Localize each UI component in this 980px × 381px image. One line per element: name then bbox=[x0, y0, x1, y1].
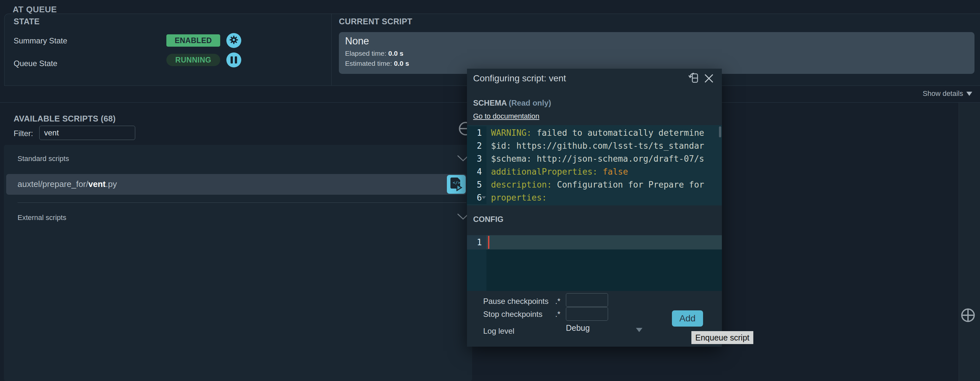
page-title: AT QUEUE bbox=[13, 5, 57, 14]
schema-line: 4 additionalProperties: false bbox=[467, 165, 722, 178]
elapsed-time-row: Elapsed time:0.0 s bbox=[345, 49, 403, 57]
scripts-list-panel: Standard scripts auxtel/prepare_for/vent… bbox=[4, 145, 472, 381]
elapsed-time-value: 0.0 s bbox=[388, 49, 403, 57]
pause-checkpoints-label: Pause checkpoints bbox=[483, 297, 548, 306]
estimated-time-row: Estimated time:0.0 s bbox=[345, 60, 409, 67]
stop-checkpoints-regex: .* bbox=[555, 310, 560, 319]
crosshair-target-icon[interactable] bbox=[961, 308, 975, 324]
estimated-time-value: 0.0 s bbox=[394, 60, 409, 67]
schema-line: 3 $schema: http://json-schema.org/draft-… bbox=[467, 152, 722, 165]
right-sidebar-strip bbox=[959, 103, 980, 381]
queue-pause-button[interactable] bbox=[226, 52, 241, 67]
schema-readonly-label: (Read only) bbox=[509, 98, 551, 107]
panel-divider bbox=[331, 14, 332, 85]
enqueue-script-tooltip: Enqueue script bbox=[691, 331, 753, 344]
stop-checkpoints-label: Stop checkpoints bbox=[483, 310, 542, 319]
close-icon[interactable] bbox=[702, 71, 715, 86]
script-launch-icon: </> bbox=[449, 176, 463, 192]
gear-icon bbox=[229, 35, 239, 46]
text-cursor bbox=[488, 236, 489, 249]
log-level-label: Log level bbox=[483, 327, 514, 336]
stop-checkpoints-input[interactable] bbox=[566, 307, 608, 321]
config-heading: CONFIG bbox=[473, 215, 503, 224]
config-editor-body[interactable] bbox=[467, 249, 722, 291]
schema-line: 1 WARNING: failed to automatically deter… bbox=[467, 126, 722, 139]
copy-config-button[interactable] bbox=[687, 71, 700, 86]
schema-scrollbar[interactable] bbox=[719, 126, 721, 137]
schema-heading: SCHEMA (Read only) bbox=[473, 98, 551, 108]
external-scripts-label: External scripts bbox=[18, 213, 66, 222]
summary-state-label: Summary State bbox=[14, 36, 67, 45]
pause-checkpoints-input[interactable] bbox=[566, 293, 608, 307]
add-button[interactable]: Add bbox=[672, 310, 703, 327]
dropdown-caret-icon[interactable] bbox=[636, 328, 643, 332]
log-level-select[interactable]: Debug bbox=[566, 323, 590, 333]
show-details-toggle[interactable]: Show details bbox=[923, 89, 972, 98]
at-queue-page: AT QUEUE STATE Summary State ENABLED Que… bbox=[0, 0, 980, 381]
filter-input[interactable] bbox=[39, 126, 135, 140]
documentation-link[interactable]: Go to documentation bbox=[473, 112, 539, 121]
queue-state-badge: RUNNING bbox=[166, 54, 220, 66]
schema-line: 5 description: Configuration for Prepare… bbox=[467, 178, 722, 191]
script-path: auxtel/prepare_for/vent.py bbox=[18, 179, 117, 189]
script-row-vent[interactable]: auxtel/prepare_for/vent.py </> bbox=[6, 174, 466, 195]
schema-editor[interactable]: 1 WARNING: failed to automatically deter… bbox=[467, 125, 722, 205]
summary-state-config-button[interactable] bbox=[226, 33, 241, 48]
schema-line: 6 properties: bbox=[467, 191, 722, 204]
standard-scripts-label: Standard scripts bbox=[18, 154, 69, 163]
modal-title: Configuring script: vent bbox=[473, 73, 566, 84]
current-script-heading: CURRENT SCRIPT bbox=[339, 17, 412, 26]
state-heading: STATE bbox=[14, 17, 40, 26]
current-script-card: None Elapsed time:0.0 s Estimated time:0… bbox=[339, 32, 975, 74]
current-script-name: None bbox=[345, 35, 369, 47]
configure-script-modal: Configuring script: vent SCHEMA (Read on… bbox=[467, 69, 722, 347]
launch-script-button[interactable]: </> bbox=[447, 175, 466, 194]
schema-line: 2 $id: https://github.com/lsst-ts/ts_sta… bbox=[467, 139, 722, 152]
queue-state-label: Queue State bbox=[14, 59, 57, 68]
pause-checkpoints-regex: .* bbox=[555, 297, 560, 306]
filter-label: Filter: bbox=[14, 129, 33, 138]
chevron-down-icon bbox=[966, 92, 972, 96]
available-scripts-heading: AVAILABLE SCRIPTS (68) bbox=[14, 114, 116, 124]
config-editor[interactable]: 1 bbox=[467, 235, 722, 291]
config-active-line[interactable]: 1 bbox=[467, 235, 722, 249]
pause-icon bbox=[231, 56, 237, 64]
summary-state-badge: ENABLED bbox=[166, 34, 220, 47]
fold-arrow-icon[interactable] bbox=[482, 196, 486, 199]
